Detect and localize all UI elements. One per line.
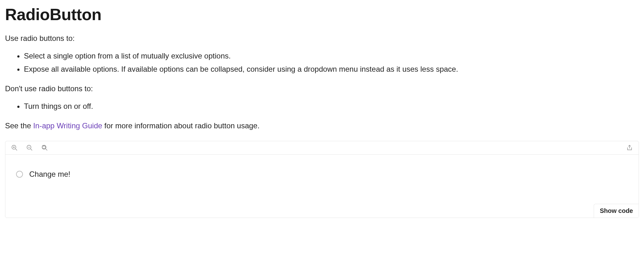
- intro-dont: Don't use radio buttons to:: [5, 83, 639, 94]
- svg-line-5: [31, 149, 32, 150]
- example-panel: Change me! Show code: [5, 141, 639, 218]
- page-title: RadioButton: [5, 5, 639, 24]
- example-body: Change me! Show code: [5, 155, 639, 218]
- reset-zoom-icon[interactable]: [41, 144, 48, 151]
- radio-circle-icon: [16, 171, 23, 178]
- see-line: See the In-app Writing Guide for more in…: [5, 120, 639, 131]
- svg-line-1: [15, 149, 17, 150]
- list-item: Select a single option from a list of mu…: [24, 50, 639, 62]
- writing-guide-link[interactable]: In-app Writing Guide: [33, 121, 102, 130]
- use-list: Select a single option from a list of mu…: [24, 50, 639, 75]
- svg-line-8: [46, 149, 47, 150]
- radio-label: Change me!: [29, 170, 70, 179]
- toolbar-left: [11, 144, 48, 151]
- zoom-out-icon[interactable]: [26, 144, 33, 151]
- list-item: Turn things on or off.: [24, 101, 639, 112]
- dont-list: Turn things on or off.: [24, 101, 639, 112]
- intro-use: Use radio buttons to:: [5, 33, 639, 44]
- zoom-in-icon[interactable]: [11, 144, 18, 151]
- see-suffix: for more information about radio button …: [102, 121, 259, 130]
- see-prefix: See the: [5, 121, 33, 130]
- show-code-button[interactable]: Show code: [594, 204, 639, 218]
- list-item: Expose all available options. If availab…: [24, 64, 639, 75]
- example-toolbar: [5, 141, 639, 155]
- share-icon[interactable]: [626, 144, 633, 151]
- radio-button[interactable]: Change me!: [16, 170, 70, 179]
